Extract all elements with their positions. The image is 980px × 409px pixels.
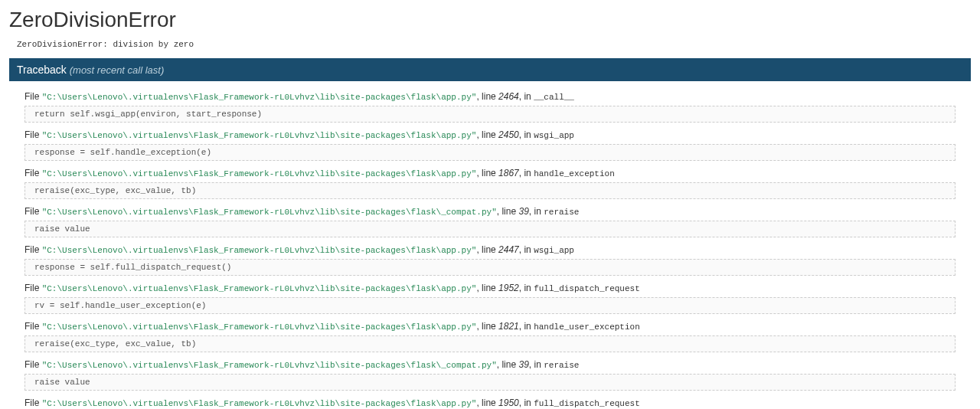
line-label: line xyxy=(482,91,498,102)
frame-header[interactable]: File "C:\Users\Lenovo\.virtualenvs\Flask… xyxy=(24,89,956,104)
in-label: in xyxy=(524,129,534,140)
function-name: reraise xyxy=(544,208,579,217)
frame-code[interactable]: response = self.full_dispatch_request() xyxy=(24,259,956,276)
line-label: line xyxy=(482,398,498,408)
line-number: 1821 xyxy=(498,321,519,332)
frame-header[interactable]: File "C:\Users\Lenovo\.virtualenvs\Flask… xyxy=(24,127,956,142)
file-label: File xyxy=(24,168,42,178)
traceback-body: File "C:\Users\Lenovo\.virtualenvs\Flask… xyxy=(9,81,971,409)
frame-header[interactable]: File "C:\Users\Lenovo\.virtualenvs\Flask… xyxy=(24,242,956,257)
frame-code[interactable]: reraise(exc_type, exc_value, tb) xyxy=(24,182,956,199)
in-label: in xyxy=(534,206,544,217)
file-label: File xyxy=(24,398,42,408)
line-number: 2464 xyxy=(498,91,519,102)
error-message: ZeroDivisionError: division by zero xyxy=(0,38,980,58)
frame-code[interactable]: raise value xyxy=(24,221,956,237)
line-number: 2447 xyxy=(498,244,519,255)
in-label: in xyxy=(524,283,534,293)
file-label: File xyxy=(24,206,42,217)
traceback-frame[interactable]: File "C:\Users\Lenovo\.virtualenvs\Flask… xyxy=(24,280,956,314)
traceback-frame[interactable]: File "C:\Users\Lenovo\.virtualenvs\Flask… xyxy=(24,165,956,199)
frame-header[interactable]: File "C:\Users\Lenovo\.virtualenvs\Flask… xyxy=(24,204,956,219)
line-number: 2450 xyxy=(498,129,519,140)
function-name: wsgi_app xyxy=(534,246,574,255)
frame-code[interactable]: response = self.handle_exception(e) xyxy=(24,144,956,161)
in-label: in xyxy=(524,91,534,102)
line-number: 39 xyxy=(518,359,528,370)
file-path: "C:\Users\Lenovo\.virtualenvs\Flask_Fram… xyxy=(42,169,477,178)
in-label: in xyxy=(534,359,544,370)
line-label: line xyxy=(482,168,498,178)
in-label: in xyxy=(524,321,534,332)
traceback-frame[interactable]: File "C:\Users\Lenovo\.virtualenvs\Flask… xyxy=(24,127,956,161)
line-label: line xyxy=(501,359,518,370)
frame-code[interactable]: raise value xyxy=(24,374,956,391)
file-path: "C:\Users\Lenovo\.virtualenvs\Flask_Fram… xyxy=(42,284,477,293)
function-name: handle_user_exception xyxy=(534,322,640,332)
function-name: handle_exception xyxy=(534,169,615,178)
in-label: in xyxy=(524,244,534,255)
file-label: File xyxy=(24,244,42,255)
in-label: in xyxy=(524,398,534,408)
frame-header[interactable]: File "C:\Users\Lenovo\.virtualenvs\Flask… xyxy=(24,395,956,409)
in-label: in xyxy=(524,168,534,178)
traceback-frame[interactable]: File "C:\Users\Lenovo\.virtualenvs\Flask… xyxy=(24,242,956,276)
line-number: 39 xyxy=(518,206,528,217)
file-label: File xyxy=(24,321,42,332)
function-name: reraise xyxy=(544,361,579,370)
frame-code[interactable]: reraise(exc_type, exc_value, tb) xyxy=(24,335,956,352)
traceback-header[interactable]: Traceback (most recent call last) xyxy=(9,58,971,81)
file-path: "C:\Users\Lenovo\.virtualenvs\Flask_Fram… xyxy=(42,131,477,140)
traceback-frame[interactable]: File "C:\Users\Lenovo\.virtualenvs\Flask… xyxy=(24,357,956,391)
traceback-frame[interactable]: File "C:\Users\Lenovo\.virtualenvs\Flask… xyxy=(24,319,956,352)
file-path: "C:\Users\Lenovo\.virtualenvs\Flask_Fram… xyxy=(42,322,477,332)
frame-header[interactable]: File "C:\Users\Lenovo\.virtualenvs\Flask… xyxy=(24,319,956,334)
frame-header[interactable]: File "C:\Users\Lenovo\.virtualenvs\Flask… xyxy=(24,280,956,296)
line-number: 1867 xyxy=(498,168,519,178)
file-path: "C:\Users\Lenovo\.virtualenvs\Flask_Fram… xyxy=(42,399,477,408)
file-path: "C:\Users\Lenovo\.virtualenvs\Flask_Fram… xyxy=(42,361,497,370)
line-label: line xyxy=(501,206,518,217)
line-number: 1952 xyxy=(498,283,519,293)
function-name: full_dispatch_request xyxy=(534,399,640,408)
file-path: "C:\Users\Lenovo\.virtualenvs\Flask_Fram… xyxy=(42,208,497,217)
file-label: File xyxy=(24,359,42,370)
error-title: ZeroDivisionError xyxy=(0,0,980,38)
file-path: "C:\Users\Lenovo\.virtualenvs\Flask_Fram… xyxy=(42,93,477,102)
function-name: full_dispatch_request xyxy=(534,284,640,293)
line-label: line xyxy=(482,244,498,255)
traceback-frame[interactable]: File "C:\Users\Lenovo\.virtualenvs\Flask… xyxy=(24,395,956,409)
traceback-frame[interactable]: File "C:\Users\Lenovo\.virtualenvs\Flask… xyxy=(24,89,956,123)
frame-header[interactable]: File "C:\Users\Lenovo\.virtualenvs\Flask… xyxy=(24,165,956,181)
file-label: File xyxy=(24,283,42,293)
file-path: "C:\Users\Lenovo\.virtualenvs\Flask_Fram… xyxy=(42,246,477,255)
line-label: line xyxy=(482,283,498,293)
file-label: File xyxy=(24,129,42,140)
frame-code[interactable]: return self.wsgi_app(environ, start_resp… xyxy=(24,106,956,123)
function-name: __call__ xyxy=(534,93,574,102)
traceback-frame[interactable]: File "C:\Users\Lenovo\.virtualenvs\Flask… xyxy=(24,204,956,237)
file-label: File xyxy=(24,91,42,102)
frame-code[interactable]: rv = self.handle_user_exception(e) xyxy=(24,297,956,314)
traceback-sublabel: (most recent call last) xyxy=(70,64,165,76)
line-label: line xyxy=(482,321,498,332)
traceback-label: Traceback xyxy=(17,64,67,76)
line-number: 1950 xyxy=(498,398,519,408)
frame-header[interactable]: File "C:\Users\Lenovo\.virtualenvs\Flask… xyxy=(24,357,956,372)
line-label: line xyxy=(482,129,498,140)
function-name: wsgi_app xyxy=(534,131,574,140)
